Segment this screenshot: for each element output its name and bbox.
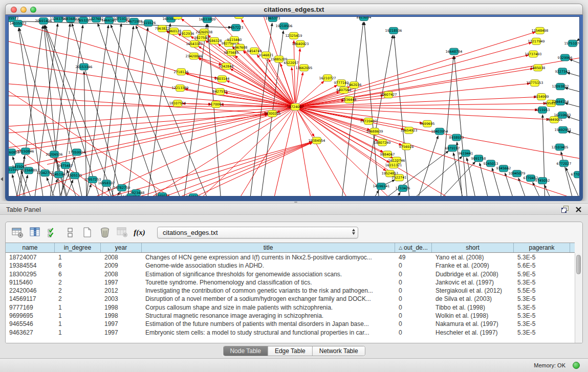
graph-node[interactable]: 14035572: [9, 20, 26, 27]
column-header-in_degree[interactable]: in_degree: [55, 243, 101, 252]
graph-node[interactable]: 8215953: [535, 106, 550, 113]
delete-rows-button[interactable]: [98, 225, 112, 239]
graph-node[interactable]: 15775153: [526, 80, 543, 86]
table-row[interactable]: 1872400712008Changes of HCN gene express…: [6, 253, 575, 261]
table-row[interactable]: 969969511998Structural magnetic resonanc…: [6, 312, 575, 320]
graph-edge[interactable]: [567, 73, 579, 79]
graph-edge[interactable]: [568, 131, 579, 138]
graph-node[interactable]: 9245017: [155, 193, 170, 196]
graph-edge[interactable]: [565, 88, 579, 95]
graph-edge[interactable]: [124, 142, 312, 196]
table-row[interactable]: 2242004622012Investigating the contribut…: [6, 287, 575, 295]
graph-node[interactable]: 9745052: [535, 178, 550, 184]
graph-node[interactable]: 16033809: [199, 17, 215, 23]
graph-node[interactable]: 15692951: [554, 126, 571, 133]
graph-node[interactable]: 12325419: [285, 32, 302, 39]
column-header-name[interactable]: name: [6, 243, 55, 252]
graph-node[interactable]: 9699695: [420, 120, 435, 127]
float-panel-icon[interactable]: [561, 206, 569, 213]
column-header-out_de[interactable]: △out_de...: [395, 243, 432, 252]
graph-node[interactable]: 20153346: [75, 63, 92, 70]
graph-node[interactable]: 9329966: [558, 54, 573, 61]
graph-node[interactable]: 6772027: [557, 160, 572, 167]
graph-edge[interactable]: [569, 59, 579, 67]
table-selector-dropdown[interactable]: citations_edges.txt: [157, 227, 358, 238]
graph-node[interactable]: 10688639: [366, 128, 383, 135]
graph-edge[interactable]: [440, 56, 453, 196]
graph-edge[interactable]: [181, 24, 207, 196]
close-panel-icon[interactable]: [575, 206, 582, 213]
graph-edge[interactable]: [340, 22, 363, 196]
delete-table-button-disabled[interactable]: [115, 225, 129, 239]
graph-edge[interactable]: [155, 111, 293, 196]
column-header-pagerank[interactable]: pagerank: [514, 243, 570, 252]
graph-node[interactable]: 16543382: [186, 40, 203, 47]
graph-node[interactable]: 14196141: [373, 183, 389, 190]
graph-node[interactable]: 18807249: [374, 139, 390, 146]
graph-edge[interactable]: [9, 88, 288, 196]
tab-node-table[interactable]: Node Table: [223, 346, 268, 356]
vertical-scrollbar[interactable]: [575, 253, 582, 343]
graph-edge[interactable]: [299, 107, 538, 110]
graph-edge[interactable]: [58, 180, 73, 196]
graph-node[interactable]: 19737493: [525, 51, 541, 57]
graph-edge[interactable]: [147, 142, 313, 196]
graph-edge[interactable]: [299, 107, 550, 119]
graph-edge[interactable]: [136, 26, 217, 196]
graph-node[interactable]: 9875685: [224, 49, 239, 56]
graph-node[interactable]: 7857223: [229, 24, 244, 31]
table-row[interactable]: 911546021997Tourette syndrome. Phenomeno…: [6, 278, 575, 287]
graph-node[interactable]: 23420046: [185, 53, 202, 59]
graph-node[interactable]: 18640923: [292, 40, 309, 47]
graph-node[interactable]: 9884067: [380, 151, 395, 158]
graph-edge[interactable]: [62, 110, 292, 196]
graph-node[interactable]: 16210727: [319, 75, 336, 81]
graph-edge[interactable]: [9, 17, 291, 106]
graph-node[interactable]: 1965373: [266, 17, 280, 21]
graph-node[interactable]: 16782759: [113, 185, 130, 191]
graph-edge[interactable]: [72, 24, 130, 196]
graph-edge[interactable]: [9, 124, 155, 196]
graph-edge[interactable]: [296, 72, 303, 103]
graph-edge[interactable]: [11, 114, 268, 151]
graph-node[interactable]: 14671988: [125, 18, 142, 25]
graph-node[interactable]: 8813054: [357, 17, 372, 20]
graph-edge[interactable]: [467, 158, 477, 196]
graph-edge[interactable]: [421, 162, 475, 196]
scrollbar-thumb[interactable]: [576, 255, 581, 274]
tab-edge-table[interactable]: Edge Table: [268, 346, 312, 356]
table-settings-button[interactable]: [11, 225, 25, 239]
graph-edge[interactable]: [242, 111, 294, 196]
graph-node[interactable]: 7485038: [531, 64, 546, 71]
graph-node[interactable]: 16958107: [98, 180, 115, 187]
graph-node[interactable]: 19218536: [385, 27, 402, 34]
graph-node[interactable]: 11451947: [50, 171, 67, 178]
graph-edge[interactable]: [298, 81, 324, 104]
column-header-short[interactable]: short: [432, 243, 514, 252]
network-canvas[interactable]: 2535572140355722069140611283793168368931…: [9, 17, 579, 196]
graph-node[interactable]: 11548498: [531, 27, 548, 34]
table-row[interactable]: 1456911722003Disruption of a novel membe…: [6, 295, 575, 303]
graph-node[interactable]: 9345662: [496, 165, 511, 172]
graph-node[interactable]: 9154909: [534, 94, 549, 100]
graph-node[interactable]: 12093832: [552, 83, 569, 90]
graph-node[interactable]: 9227343: [555, 68, 570, 75]
graph-node[interactable]: 18300295: [264, 110, 280, 117]
graph-node[interactable]: 10945079: [508, 170, 525, 177]
graph-node[interactable]: 2803144: [215, 76, 230, 82]
column-header-title[interactable]: title: [142, 243, 395, 252]
graph-node[interactable]: 15751074: [564, 40, 579, 47]
graph-node[interactable]: 5245090: [186, 194, 201, 196]
graph-edge[interactable]: [299, 107, 579, 169]
graph-edge[interactable]: [299, 55, 529, 106]
graph-edge[interactable]: [577, 33, 579, 41]
graph-edge[interactable]: [99, 24, 121, 196]
graph-edge[interactable]: [567, 117, 579, 124]
graph-node[interactable]: 18403954: [431, 128, 448, 135]
function-builder-button[interactable]: f(x): [133, 225, 146, 239]
select-rows-button[interactable]: [46, 225, 59, 239]
table-row[interactable]: 1830029562008Estimation of significance …: [6, 270, 575, 278]
graph-node[interactable]: 9619441: [459, 150, 473, 157]
graph-edge[interactable]: [98, 23, 166, 196]
graph-edge[interactable]: [45, 25, 124, 196]
